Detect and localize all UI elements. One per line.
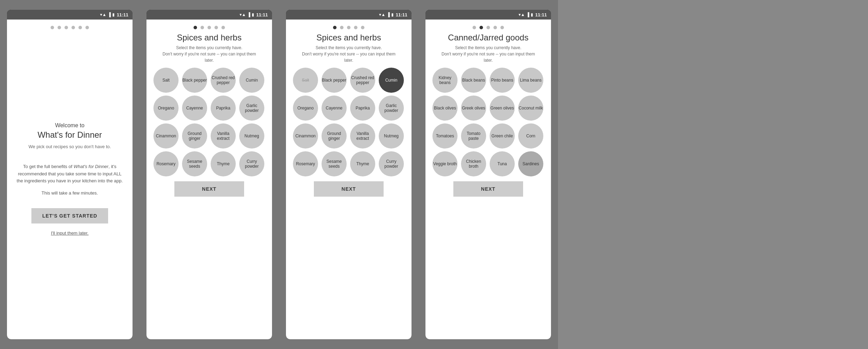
wifi-icon: ▾▲ (100, 12, 106, 17)
item-cayenne-3[interactable]: Cayenne (322, 96, 347, 121)
item-chicken-broth[interactable]: Chicken broth (461, 151, 486, 176)
dot-active-3 (333, 26, 337, 29)
item-black-pepper[interactable]: Black pepper (182, 68, 207, 93)
status-bar-2: ▾▲ ▐ ▮ 11:11 (146, 10, 272, 20)
spices-screen-1: Spices and herbs Select the items you cu… (146, 20, 272, 339)
battery-icon: ▮ (112, 12, 115, 17)
wifi-icon-2: ▾▲ (240, 12, 246, 17)
item-corn[interactable]: Corn (518, 123, 543, 149)
item-crushed-red-pepper-3[interactable]: Crushed red pepper (350, 68, 375, 93)
item-tuna[interactable]: Tuna (490, 151, 515, 176)
item-salt[interactable]: Salt (153, 68, 179, 93)
screen2-section: ▾▲ ▐ ▮ 11:11 Spices and herbs Select the… (139, 0, 279, 349)
spices-grid-2: Salt Black pepper Crushed red pepper Cum… (289, 68, 408, 176)
item-paprika[interactable]: Paprika (211, 96, 236, 121)
item-cayenne[interactable]: Cayenne (182, 96, 207, 121)
dot-4-5 (500, 26, 504, 29)
item-garlic-powder[interactable]: Garlic powder (239, 96, 264, 121)
item-garlic-powder-3[interactable]: Garlic powder (379, 96, 404, 121)
item-veggie-broth[interactable]: Veggie broth (432, 151, 458, 176)
dot-3 (65, 26, 68, 29)
item-vanilla-extract[interactable]: Vanilla extract (211, 123, 236, 149)
dot-4-3 (486, 26, 490, 29)
dots-row-3 (333, 26, 364, 29)
item-curry-powder-3[interactable]: Curry powder (379, 151, 404, 176)
dots-row-4 (473, 26, 504, 29)
dot-3-2 (340, 26, 344, 29)
battery-icon-3: ▮ (391, 12, 394, 17)
status-time-3: 11:11 (396, 12, 407, 17)
dot-6 (85, 26, 89, 29)
spices-subtitle-1: Select the items you currently have.Don'… (163, 45, 256, 63)
status-time-1: 11:11 (117, 12, 128, 17)
item-curry-powder[interactable]: Curry powder (239, 151, 264, 176)
item-thyme-3[interactable]: Thyme (350, 151, 375, 176)
item-green-olives[interactable]: Green olives (490, 96, 515, 121)
item-black-pepper-3[interactable]: Black pepper (322, 68, 347, 93)
dot-3-3 (347, 26, 350, 29)
item-sesame-seeds[interactable]: Sesame seeds (182, 151, 207, 176)
spices-title-2: Spices and herbs (316, 33, 381, 43)
get-started-button[interactable]: LET'S GET STARTED (31, 208, 108, 223)
canned-subtitle: Select the items you currently have.Don'… (441, 45, 535, 63)
item-rosemary-3[interactable]: Rosemary (293, 151, 318, 176)
item-cumin-3[interactable]: Cumin (379, 68, 404, 93)
phone3-frame: ▾▲ ▐ ▮ 11:11 Spices and herbs Select the… (286, 10, 412, 339)
item-lima-beans[interactable]: Lima beans (518, 68, 543, 93)
item-sesame-seeds-3[interactable]: Sesame seeds (322, 151, 347, 176)
item-nutmeg-3[interactable]: Nutmeg (379, 123, 404, 149)
item-paprika-3[interactable]: Paprika (350, 96, 375, 121)
item-black-beans[interactable]: Black beans (461, 68, 486, 93)
item-oregano-3[interactable]: Oregano (293, 96, 318, 121)
next-button-1[interactable]: NEXT (174, 181, 244, 197)
phone2-frame: ▾▲ ▐ ▮ 11:11 Spices and herbs Select the… (146, 10, 272, 339)
dot-2 (58, 26, 61, 29)
dot-4-4 (493, 26, 497, 29)
item-thyme[interactable]: Thyme (211, 151, 236, 176)
dot-active-4 (480, 26, 483, 29)
status-bar-4: ▾▲ ▐ ▮ 11:11 (425, 10, 551, 20)
status-icons-1: ▾▲ ▐ ▮ (100, 12, 114, 17)
status-bar-1: ▾▲ ▐ ▮ 11:11 (7, 10, 133, 20)
item-pinto-beans[interactable]: Pinto beans (490, 68, 515, 93)
screen3-section: ▾▲ ▐ ▮ 11:11 Spices and herbs Select the… (279, 0, 418, 349)
item-cumin[interactable]: Cumin (239, 68, 264, 93)
item-cinammon[interactable]: Cinammon (153, 123, 179, 149)
item-coconut-milk[interactable]: Coconut milk (518, 96, 543, 121)
item-ground-ginger[interactable]: Ground ginger (182, 123, 207, 149)
dot-4-1 (473, 26, 476, 29)
item-nutmeg[interactable]: Nutmeg (239, 123, 264, 149)
next-button-2[interactable]: NEXT (314, 181, 384, 197)
welcome-description: To get the full benefits of What's for D… (15, 163, 124, 185)
item-tomatoes[interactable]: Tomatoes (432, 123, 458, 149)
item-rosemary[interactable]: Rosemary (153, 151, 179, 176)
dot-5 (78, 26, 82, 29)
screen4-section: ▾▲ ▐ ▮ 11:11 Canned/Jarred goods Select … (418, 0, 558, 349)
item-kidney-beans[interactable]: Kidney beans (432, 68, 458, 93)
item-oregano[interactable]: Oregano (153, 96, 179, 121)
item-crushed-red-pepper[interactable]: Crushed red pepper (211, 68, 236, 93)
signal-icon: ▐ (108, 12, 111, 17)
welcome-note: This will take a few minutes. (41, 190, 98, 196)
signal-icon-3: ▐ (387, 12, 390, 17)
item-ground-ginger-3[interactable]: Ground ginger (322, 123, 347, 149)
signal-icon-2: ▐ (247, 12, 250, 17)
dot-4 (71, 26, 75, 29)
screen1-section: ▾▲ ▐ ▮ 11:11 Welcome to (0, 0, 139, 349)
dots-row-1 (51, 26, 89, 29)
next-button-3[interactable]: NEXT (453, 181, 523, 197)
status-time-2: 11:11 (256, 12, 268, 17)
item-cinammon-3[interactable]: Cinammon (293, 123, 318, 149)
item-vanilla-extract-3[interactable]: Vanilla extract (350, 123, 375, 149)
item-salt-3[interactable]: Salt (293, 68, 318, 93)
dot-2-3 (207, 26, 211, 29)
item-greek-olives[interactable]: Greek olives (461, 96, 486, 121)
item-green-chile[interactable]: Green chile (490, 123, 515, 149)
item-tomato-paste[interactable]: Tomato paste (461, 123, 486, 149)
item-sardines[interactable]: Sardines (518, 151, 543, 176)
spices-title-1: Spices and herbs (177, 33, 241, 43)
wifi-icon-4: ▾▲ (519, 12, 525, 17)
skip-link[interactable]: I'll input them later. (51, 230, 89, 236)
status-icons-3: ▾▲ ▐ ▮ (379, 12, 393, 17)
item-black-olives[interactable]: Black olives (432, 96, 458, 121)
